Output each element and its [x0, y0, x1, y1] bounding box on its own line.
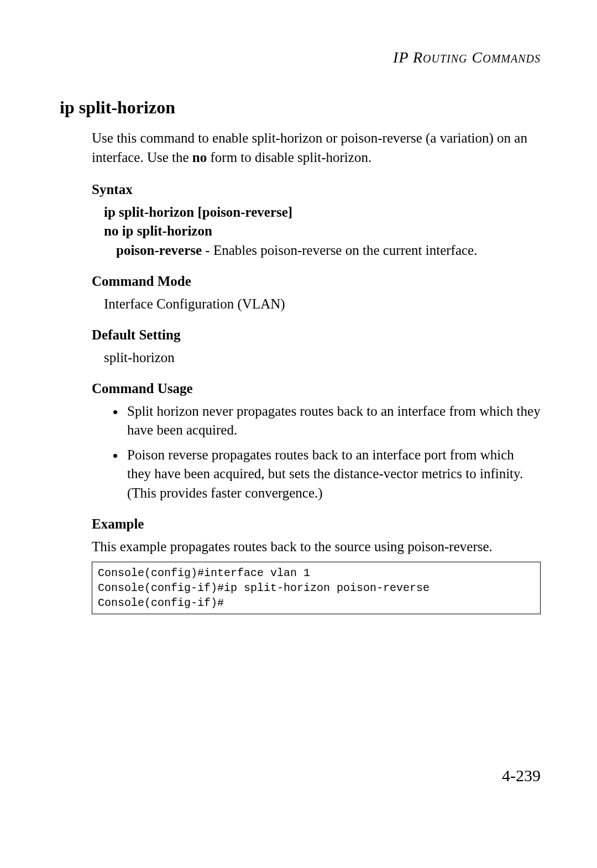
syntax-param: poison-reverse - Enables poison-reverse … [116, 241, 541, 260]
default-setting-value: split-horizon [104, 348, 541, 368]
usage-item: Poison reverse propagates routes back to… [125, 446, 541, 503]
page-number: 4-239 [502, 766, 541, 785]
usage-item: Split horizon never propagates routes ba… [125, 402, 541, 440]
example-label: Example [92, 515, 541, 534]
usage-list: Split horizon never propagates routes ba… [92, 402, 541, 503]
syntax-line-2: no ip split-horizon [104, 222, 541, 241]
example-intro: This example propagates routes back to t… [92, 537, 541, 557]
intro-bold: no [192, 150, 207, 165]
intro-text-2: form to disable split-horizon. [207, 150, 371, 165]
command-mode-label: Command Mode [92, 272, 541, 291]
command-usage-label: Command Usage [92, 379, 541, 399]
command-title: ip split-horizon [60, 97, 541, 118]
intro-paragraph: Use this command to enable split-horizon… [92, 129, 541, 167]
syntax-param-name: poison-reverse [116, 243, 202, 258]
page: IP Routing Commands ip split-horizon Use… [0, 0, 597, 868]
command-mode-value: Interface Configuration (VLAN) [104, 295, 541, 314]
syntax-line-1: ip split-horizon [poison-reverse] [104, 203, 541, 222]
default-setting-label: Default Setting [92, 326, 541, 345]
example-code: Console(config)#interface vlan 1 Console… [92, 562, 541, 614]
running-head: IP Routing Commands [60, 49, 541, 66]
syntax-param-desc: - Enables poison-reverse on the current … [202, 243, 477, 258]
content-body: Use this command to enable split-horizon… [92, 129, 541, 614]
syntax-label: Syntax [92, 180, 541, 200]
